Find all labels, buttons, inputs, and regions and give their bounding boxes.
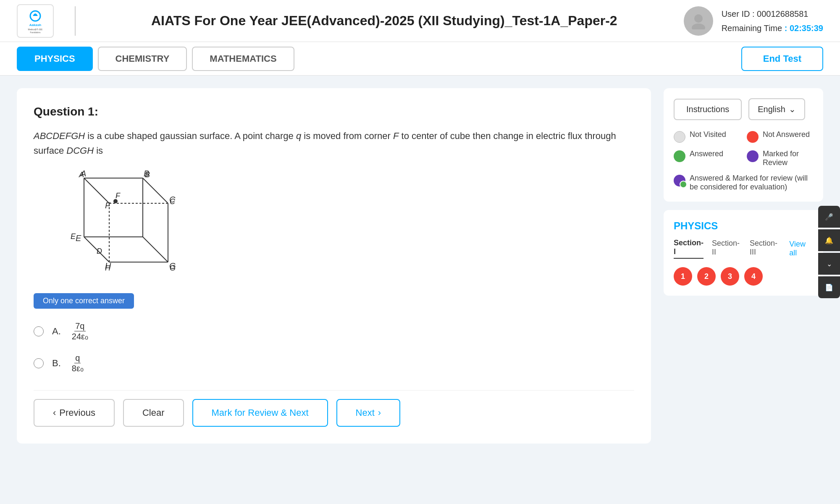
cube-diagram: A B E H G C F A B E F D C H — [50, 170, 634, 281]
side-btn-doc[interactable]: 📄 — [818, 276, 840, 298]
svg-point-4 — [694, 14, 703, 23]
option-b-radio[interactable] — [34, 358, 44, 368]
instructions-card: Instructions English ⌄ Not Visited Not A… — [664, 88, 823, 202]
side-btn-bell[interactable]: 🔔 — [818, 229, 840, 251]
legend-not-answered: Not Answered — [747, 130, 813, 143]
tab-physics[interactable]: PHYSICS — [17, 47, 93, 71]
user-info-area: User ID : 00012688581 Remaining Time : 0… — [684, 6, 823, 36]
question-number-1[interactable]: 1 — [674, 267, 692, 286]
prev-chevron-icon: ‹ — [53, 407, 56, 418]
option-a: A. 7q 24ε₀ — [34, 321, 634, 341]
remaining-value: : 02:35:39 — [785, 24, 823, 33]
section-tab-2[interactable]: Section-II — [712, 239, 741, 258]
instructions-button[interactable]: Instructions — [674, 99, 742, 120]
tab-mathematics[interactable]: MATHEMATICS — [192, 47, 294, 71]
remaining-time-row: Remaining Time : 02:35:39 — [722, 21, 823, 35]
question-text: ABCDEFGH is a cube shaped gaussian surfa… — [34, 129, 634, 158]
exam-title: AIATS For One Year JEE(Advanced)-2025 (X… — [151, 13, 684, 29]
section-tab-3[interactable]: Section-III — [750, 239, 781, 258]
not-visited-dot — [674, 131, 685, 143]
previous-button[interactable]: ‹ Previous — [34, 399, 115, 427]
option-b-fraction: q 8ε₀ — [71, 353, 84, 373]
physics-panel: PHYSICS Section-I Section-II Section-III… — [664, 210, 823, 296]
option-a-radio[interactable] — [34, 326, 44, 336]
not-answered-dot — [747, 131, 759, 143]
answered-marked-label: Answered & Marked for review (will be co… — [690, 174, 813, 192]
svg-text:D: D — [97, 247, 102, 255]
side-buttons: 🎤 🔔 ⌄ 📄 — [818, 206, 840, 298]
side-btn-mic[interactable]: 🎤 — [818, 206, 840, 228]
language-label: English — [758, 105, 785, 114]
section-tabs: Section-I Section-II Section-III View al… — [674, 239, 813, 259]
svg-text:E: E — [71, 232, 76, 241]
previous-label: Previous — [59, 407, 95, 418]
action-bar: ‹ Previous Clear Mark for Review & Next … — [34, 390, 634, 427]
user-details: User ID : 00012688581 Remaining Time : 0… — [722, 7, 823, 35]
main-content: Question 1: ABCDEFGH is a cube shaped ga… — [0, 76, 840, 456]
marked-dot — [747, 150, 759, 162]
question-number-3[interactable]: 3 — [721, 267, 739, 286]
header: Aakash Medical|IIT-JEE Foundations AIATS… — [0, 0, 840, 42]
logo-box: Aakash Medical|IIT-JEE Foundations — [17, 4, 54, 38]
svg-text:E: E — [76, 234, 81, 243]
question-numbers: 1 2 3 4 — [674, 267, 813, 286]
avatar-icon — [690, 13, 707, 29]
marked-label: Marked for Review — [763, 150, 813, 167]
svg-text:Foundations: Foundations — [30, 32, 41, 34]
svg-text:C: C — [170, 197, 176, 206]
svg-text:B: B — [145, 171, 150, 179]
legend-grid: Not Visited Not Answered Answered Marked… — [674, 130, 813, 167]
svg-point-5 — [692, 24, 705, 29]
option-a-label: A. — [52, 326, 61, 337]
svg-text:Medical|IIT-JEE: Medical|IIT-JEE — [28, 28, 43, 31]
legend-not-visited: Not Visited — [674, 130, 740, 143]
svg-text:Aakash: Aakash — [29, 23, 42, 27]
svg-text:F: F — [116, 192, 121, 200]
question-area: Question 1: ABCDEFGH is a cube shaped ga… — [17, 88, 651, 444]
view-all-link[interactable]: View all — [789, 240, 813, 257]
option-a-fraction: 7q 24ε₀ — [71, 321, 89, 341]
svg-line-12 — [143, 237, 168, 262]
legend-marked: Marked for Review — [747, 150, 813, 167]
answered-dot — [674, 150, 685, 162]
end-test-button[interactable]: End Test — [741, 47, 823, 71]
legend-answered: Answered — [674, 150, 740, 167]
mark-review-button[interactable]: Mark for Review & Next — [192, 399, 328, 427]
user-id-value: : 00012688581 — [752, 9, 808, 18]
physics-section-title: PHYSICS — [674, 220, 813, 232]
svg-text:H: H — [105, 264, 111, 272]
subject-bar: PHYSICS CHEMISTRY MATHEMATICS End Test — [0, 42, 840, 76]
user-id-row: User ID : 00012688581 — [722, 7, 823, 21]
header-divider — [75, 6, 76, 36]
side-btn-down[interactable]: ⌄ — [818, 253, 840, 275]
right-panel: Instructions English ⌄ Not Visited Not A… — [664, 88, 823, 444]
language-select[interactable]: English ⌄ — [748, 98, 805, 120]
next-chevron-icon: › — [378, 407, 381, 418]
cube-svg: A B E H G C F A B E F D C H — [50, 170, 176, 279]
svg-line-8 — [84, 178, 109, 203]
legend-answered-marked: Answered & Marked for review (will be co… — [674, 174, 813, 192]
answered-marked-dot — [674, 175, 685, 186]
answer-type-badge: Only one correct answer — [34, 293, 134, 309]
svg-text:G: G — [170, 264, 176, 272]
option-b-label: B. — [52, 358, 61, 369]
section-tab-1[interactable]: Section-I — [674, 239, 704, 259]
question-number-2[interactable]: 2 — [697, 267, 716, 286]
svg-line-7 — [143, 178, 168, 203]
next-button[interactable]: Next › — [336, 399, 401, 427]
avatar — [684, 6, 713, 36]
chevron-down-icon: ⌄ — [789, 104, 796, 114]
remaining-label: Remaining Time — [722, 24, 782, 33]
aakash-logo-icon: Aakash Medical|IIT-JEE Foundations — [23, 8, 48, 34]
option-b: B. q 8ε₀ — [34, 353, 634, 373]
logo-area: Aakash Medical|IIT-JEE Foundations — [17, 4, 151, 38]
clear-button[interactable]: Clear — [123, 399, 184, 427]
svg-text:A: A — [79, 171, 84, 179]
answered-label: Answered — [690, 150, 723, 158]
lang-row: Instructions English ⌄ — [674, 98, 813, 120]
next-label: Next — [356, 407, 375, 418]
question-number-4[interactable]: 4 — [744, 267, 763, 286]
user-id-label: User ID — [722, 9, 750, 18]
not-visited-label: Not Visited — [690, 130, 726, 139]
tab-chemistry[interactable]: CHEMISTRY — [98, 47, 187, 71]
